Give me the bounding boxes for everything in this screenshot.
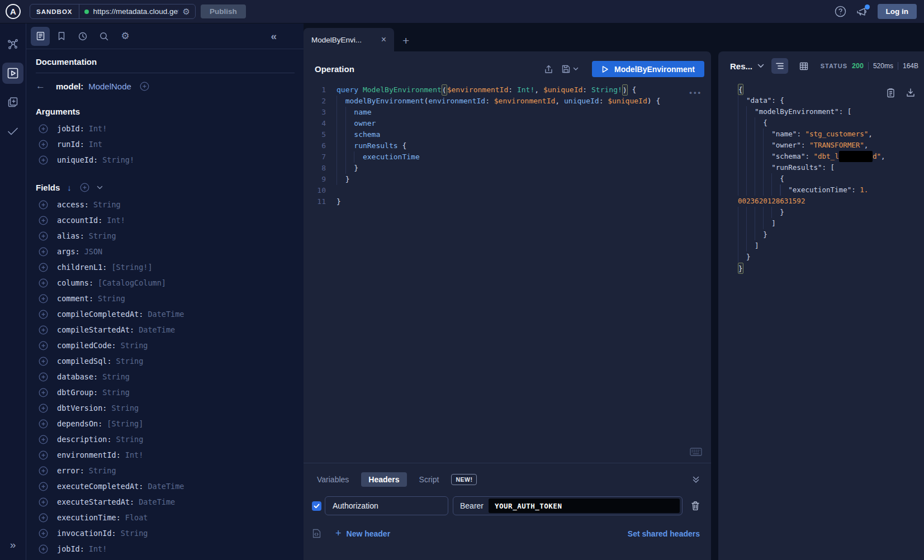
expand-rail-icon[interactable]: » bbox=[10, 539, 16, 551]
field-row[interactable]: alias String bbox=[36, 228, 295, 244]
checks-nav-icon[interactable] bbox=[2, 121, 23, 142]
keyboard-shortcuts-icon[interactable] bbox=[690, 448, 702, 456]
field-row[interactable]: database String bbox=[36, 369, 295, 385]
field-row[interactable]: args JSON bbox=[36, 244, 295, 259]
editor-overflow-menu-icon[interactable]: ••• bbox=[689, 88, 702, 97]
add-to-query-icon[interactable] bbox=[39, 544, 48, 554]
documentation-tab-icon[interactable] bbox=[31, 27, 50, 46]
share-operation-icon[interactable] bbox=[544, 64, 553, 74]
field-type[interactable]: String bbox=[121, 341, 148, 350]
field-type[interactable]: DateTime bbox=[148, 482, 184, 491]
add-to-query-icon[interactable] bbox=[39, 529, 48, 538]
field-type[interactable]: [String!] bbox=[111, 263, 152, 272]
add-to-query-icon[interactable] bbox=[39, 247, 48, 257]
add-to-query-icon[interactable] bbox=[39, 155, 48, 165]
field-type[interactable]: [String] bbox=[107, 419, 143, 428]
add-to-query-icon[interactable] bbox=[39, 140, 48, 149]
set-shared-headers-button[interactable]: Set shared headers bbox=[628, 529, 700, 538]
announcements-megaphone-icon[interactable] bbox=[856, 6, 868, 17]
new-tab-icon[interactable]: + bbox=[402, 35, 409, 46]
table-view-icon[interactable] bbox=[795, 58, 812, 74]
argument-row[interactable]: uniqueId String! bbox=[36, 152, 295, 168]
endpoint-url[interactable]: https://metadata.cloud.get bbox=[93, 7, 178, 16]
field-row[interactable]: dependsOn [String] bbox=[36, 416, 295, 431]
field-type[interactable]: String bbox=[111, 404, 139, 412]
add-to-query-icon[interactable] bbox=[39, 388, 48, 397]
field-row[interactable]: environmentId Int! bbox=[36, 447, 295, 463]
saved-operations-bookmark-icon[interactable] bbox=[52, 27, 71, 46]
field-row[interactable]: compileCompletedAt DateTime bbox=[36, 306, 295, 322]
collapse-section-chevrons-icon[interactable] bbox=[692, 476, 700, 483]
add-to-query-icon[interactable] bbox=[39, 216, 48, 225]
close-tab-icon[interactable]: × bbox=[381, 35, 386, 44]
field-row[interactable]: executeCompletedAt DateTime bbox=[36, 478, 295, 494]
new-header-button[interactable]: + New header bbox=[335, 528, 390, 539]
save-operation-icon[interactable] bbox=[561, 64, 579, 74]
field-type[interactable]: String bbox=[116, 357, 144, 366]
add-to-query-icon[interactable] bbox=[39, 372, 48, 382]
endpoint-settings-gear-icon[interactable]: ⚙ bbox=[183, 7, 190, 17]
add-to-query-icon[interactable] bbox=[39, 200, 48, 210]
field-type[interactable]: [CatalogColumn] bbox=[98, 278, 166, 287]
add-to-query-icon[interactable] bbox=[39, 325, 48, 335]
changelog-nav-icon[interactable] bbox=[2, 92, 23, 113]
add-field-icon[interactable] bbox=[140, 82, 149, 91]
header-enabled-checkbox[interactable] bbox=[312, 501, 321, 511]
tab-variables[interactable]: Variables bbox=[312, 472, 354, 487]
field-row[interactable]: access String bbox=[36, 197, 295, 212]
field-type[interactable]: JSON bbox=[84, 247, 103, 256]
back-arrow-icon[interactable]: ← bbox=[36, 80, 45, 92]
header-value-field[interactable]: Bearer YOUR_AUTH_TOKEN bbox=[453, 496, 683, 515]
add-to-query-icon[interactable] bbox=[39, 310, 48, 319]
add-to-query-icon[interactable] bbox=[39, 419, 48, 429]
copy-response-icon[interactable] bbox=[887, 88, 895, 98]
search-icon[interactable] bbox=[94, 27, 113, 46]
delete-header-icon[interactable] bbox=[691, 501, 700, 511]
field-type[interactable]: DateTime bbox=[148, 310, 184, 319]
field-type[interactable]: String bbox=[102, 372, 130, 381]
header-name-input[interactable] bbox=[325, 496, 448, 515]
collapse-panel-icon[interactable]: « bbox=[271, 30, 277, 42]
help-icon[interactable] bbox=[835, 6, 846, 17]
field-type[interactable]: DateTime bbox=[139, 325, 175, 334]
field-type-link[interactable]: ModelNode bbox=[88, 82, 131, 91]
add-to-query-icon[interactable] bbox=[39, 231, 48, 241]
argument-type[interactable]: Int bbox=[89, 140, 102, 149]
response-dropdown-chevron-icon[interactable] bbox=[757, 64, 764, 68]
field-row[interactable] bbox=[36, 557, 295, 560]
formatted-view-icon[interactable] bbox=[771, 58, 788, 74]
fields-options-chevron-icon[interactable] bbox=[97, 186, 103, 189]
argument-type[interactable]: String! bbox=[102, 155, 134, 164]
argument-row[interactable]: jobId Int! bbox=[36, 121, 295, 136]
field-row[interactable]: accountId Int! bbox=[36, 212, 295, 228]
add-to-query-icon[interactable] bbox=[39, 482, 48, 491]
argument-type[interactable]: Int! bbox=[89, 124, 107, 133]
field-row[interactable]: dbtVersion String bbox=[36, 400, 295, 416]
field-type[interactable]: String bbox=[116, 435, 144, 444]
field-type[interactable]: String bbox=[93, 200, 121, 209]
field-type[interactable]: Int! bbox=[125, 450, 144, 459]
add-to-query-icon[interactable] bbox=[39, 294, 48, 303]
sort-fields-icon[interactable]: ↓ bbox=[67, 183, 72, 192]
add-to-query-icon[interactable] bbox=[39, 450, 48, 460]
history-icon[interactable] bbox=[73, 27, 92, 46]
add-to-query-icon[interactable] bbox=[39, 513, 48, 523]
field-row[interactable]: executeStartedAt DateTime bbox=[36, 494, 295, 510]
add-to-query-icon[interactable] bbox=[39, 435, 48, 444]
field-row[interactable]: invocationId String bbox=[36, 525, 295, 541]
auth-token-value[interactable]: YOUR_AUTH_TOKEN bbox=[489, 499, 680, 513]
argument-row[interactable]: runId Int bbox=[36, 136, 295, 152]
field-type[interactable]: Float bbox=[125, 513, 148, 522]
field-row[interactable]: jobId Int! bbox=[36, 541, 295, 557]
field-type[interactable]: String bbox=[102, 388, 130, 397]
field-row[interactable]: dbtGroup String bbox=[36, 385, 295, 400]
field-row[interactable]: error String bbox=[36, 463, 295, 478]
field-row[interactable]: compileStartedAt DateTime bbox=[36, 322, 295, 338]
run-operation-button[interactable]: ModelByEnvironment bbox=[592, 61, 704, 77]
graphql-editor[interactable]: 1query ModelByEnvironment($environmentId… bbox=[304, 84, 711, 207]
endpoint-control[interactable]: SANDBOX https://metadata.cloud.get ⚙ bbox=[30, 4, 196, 19]
preflight-script-icon[interactable] bbox=[312, 528, 321, 539]
apollo-logo[interactable]: A bbox=[0, 4, 26, 19]
add-to-query-icon[interactable] bbox=[39, 466, 48, 476]
add-to-query-icon[interactable] bbox=[39, 341, 48, 350]
